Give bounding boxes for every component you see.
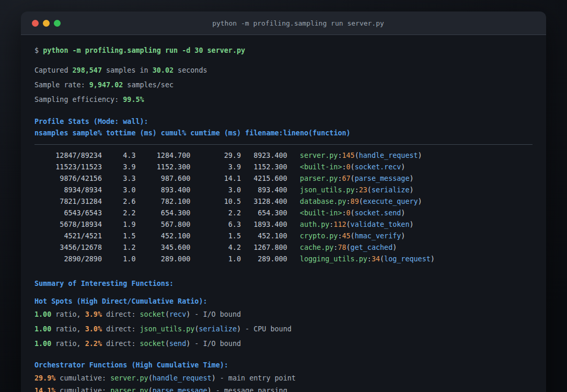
filename: <built-in>	[300, 163, 342, 171]
lparen: (	[380, 255, 384, 263]
arg-name: send	[169, 340, 186, 348]
target-name: parser.py	[110, 387, 148, 392]
rparen: )	[401, 232, 405, 240]
colon: :	[342, 163, 346, 171]
col-cumul-pct: 14.1	[190, 173, 241, 185]
filename: database.py	[300, 198, 346, 205]
filename: auth.py	[300, 221, 329, 228]
lparen: (	[351, 232, 355, 240]
filename: crypto.py	[300, 232, 338, 240]
col-cumtime: 654.300	[241, 207, 287, 219]
lineno: 23	[359, 186, 367, 194]
filename: json_utils.py	[300, 186, 355, 194]
col-cumul-pct: 1.0	[190, 253, 241, 265]
target-name: server.py	[110, 374, 148, 382]
filename: logging_utils.py	[300, 255, 367, 263]
col-cumtime: 1152.300	[241, 162, 287, 173]
col-sample-pct: 3.0	[102, 185, 135, 196]
col-nsamples: 12847/89234	[34, 150, 102, 162]
col-tottime: 782.100	[135, 196, 190, 207]
rparen: )	[409, 221, 413, 228]
target-name: json_utils.py	[140, 325, 195, 333]
col-cumtime: 4215.600	[241, 173, 287, 185]
bound-note: - I/O bound	[190, 340, 241, 348]
col-sample-pct: 2.6	[102, 196, 135, 207]
col-nsamples: 11523/11523	[34, 162, 102, 173]
colon: :	[355, 186, 359, 194]
col-tottime: 893.400	[135, 185, 190, 196]
col-sample-pct: 4.3	[102, 150, 135, 162]
rparen: )	[431, 255, 435, 263]
col-cumtime: 8923.400	[241, 150, 287, 162]
col-sample-pct: 3.9	[102, 162, 135, 173]
orchestrator-note: - message parsing	[212, 387, 287, 392]
filename: cache.py	[300, 244, 334, 251]
function-name: socket.send	[355, 209, 401, 217]
table-divider	[34, 144, 533, 145]
lparen: (	[351, 209, 355, 217]
capture-duration: 30.02	[153, 66, 173, 74]
hot-spot-line: 1.00 ratio, 3.0% direct: json_utils.py(s…	[34, 324, 533, 335]
window-titlebar[interactable]: python -m profiling.sampling run server.…	[21, 11, 546, 35]
sample-rate-line: Sample rate: 9,947.02 samples/sec	[34, 79, 533, 91]
lparen: (	[367, 186, 372, 194]
col-cumtime: 1267.800	[241, 242, 287, 253]
table-row: 2890/28901.0289.0001.0289.000logging_uti…	[34, 253, 533, 265]
desktop: { "colors": { "accent_blue": "#539fec", …	[0, 0, 567, 392]
col-cumul-pct: 29.9	[190, 150, 241, 162]
table-row: 5678/189341.9567.8006.31893.400auth.py:1…	[34, 219, 533, 230]
lineno: 0	[346, 163, 351, 171]
col-tottime: 289.000	[135, 253, 190, 265]
lineno: 67	[342, 175, 350, 182]
table-row: 6543/65432.2654.3002.2654.300<built-in>:…	[34, 207, 533, 219]
orchestrator-heading: Orchestrator Functions (High Cumulative …	[34, 360, 533, 371]
lparen: (	[148, 387, 153, 392]
filename: <built-in>	[300, 209, 342, 217]
function-name: get_cached	[351, 244, 393, 251]
efficiency-line: Sampling efficiency: 99.5%	[34, 94, 533, 106]
orchestrator-note: - main entry point	[216, 374, 296, 382]
rparen: )	[401, 209, 405, 217]
col-sample-pct: 3.3	[102, 173, 135, 185]
col-nsamples: 7821/31284	[34, 196, 102, 207]
maximize-button[interactable]	[54, 20, 61, 27]
rparen: )	[418, 198, 422, 205]
arg-name: recv	[169, 310, 186, 318]
function-name: socket.recv	[355, 163, 401, 171]
col-tottime: 345.600	[135, 242, 190, 253]
summary-heading: Summary of Interesting Functions:	[34, 278, 533, 290]
hot-spot-line: 1.00 ratio, 2.2% direct: socket(send) - …	[34, 338, 533, 350]
command-text: python -m profiling.sampling run -d 30 s…	[43, 47, 245, 54]
rparen: )	[237, 325, 241, 333]
rparen: )	[212, 374, 216, 382]
table-row: 8934/89343.0893.4003.0893.400json_utils.…	[34, 185, 533, 196]
rparen: )	[401, 163, 405, 171]
ratio-value: 1.00	[34, 325, 51, 333]
terminal-window: python -m profiling.sampling run server.…	[21, 11, 546, 392]
command-line: $ python -m profiling.sampling run -d 30…	[34, 45, 533, 56]
col-cumul-pct: 3.9	[190, 162, 241, 173]
profile-stats-heading: Profile Stats (Mode: wall):	[34, 116, 533, 128]
col-nsamples: 2890/2890	[34, 253, 102, 265]
col-sample-pct: 2.2	[102, 207, 135, 219]
col-sample-pct: 1.2	[102, 242, 135, 253]
bound-note: - CPU bound	[241, 325, 292, 333]
terminal-output: $ python -m profiling.sampling run -d 30…	[21, 45, 546, 392]
col-nsamples: 8934/8934	[34, 185, 102, 196]
minimize-button[interactable]	[43, 20, 50, 27]
function-name: handle_request	[359, 152, 418, 159]
traffic-lights	[21, 20, 68, 27]
lparen: (	[359, 198, 363, 205]
col-cumul-pct: 1.5	[190, 230, 241, 242]
shell-prompt: $	[34, 47, 43, 54]
ratio-value: 1.00	[34, 310, 51, 318]
col-tottime: 987.600	[135, 173, 190, 185]
arg-name: serialize	[199, 325, 237, 333]
rparen: )	[392, 244, 397, 251]
close-button[interactable]	[32, 20, 39, 27]
function-name: validate_token	[351, 221, 410, 228]
efficiency-value: 99.5%	[123, 96, 144, 103]
ratio-value: 1.00	[34, 340, 51, 348]
target-name: socket	[140, 340, 165, 348]
lineno: 45	[342, 232, 350, 240]
